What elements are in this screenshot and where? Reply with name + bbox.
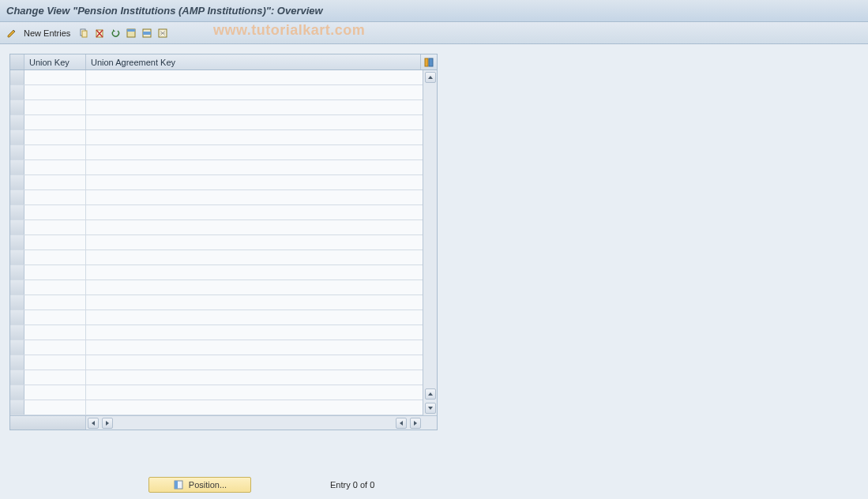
row-selector[interactable] <box>10 310 24 325</box>
cell-union-agreement-key[interactable] <box>86 355 423 370</box>
table-config-icon[interactable] <box>421 54 437 69</box>
cell-union-key[interactable] <box>24 325 86 340</box>
cell-union-agreement-key[interactable] <box>86 160 423 174</box>
cell-union-key[interactable] <box>24 100 86 114</box>
column-header-union-key[interactable]: Union Key <box>24 54 86 69</box>
cell-union-key[interactable] <box>24 220 86 234</box>
cell-union-agreement-key[interactable] <box>86 265 423 280</box>
row-selector[interactable] <box>10 265 24 280</box>
table-row <box>10 310 423 325</box>
cell-union-agreement-key[interactable] <box>86 370 423 385</box>
row-selector[interactable] <box>10 295 24 310</box>
table-row <box>10 70 423 85</box>
row-selector[interactable] <box>10 280 24 295</box>
cell-union-key[interactable] <box>24 190 86 204</box>
cell-union-agreement-key[interactable] <box>86 310 423 325</box>
row-selector[interactable] <box>10 85 24 99</box>
cell-union-agreement-key[interactable] <box>86 385 423 400</box>
svg-rect-13 <box>425 58 428 66</box>
row-selector[interactable] <box>10 190 24 204</box>
scroll-up-icon[interactable] <box>425 72 436 83</box>
cell-union-key[interactable] <box>24 115 86 129</box>
table-row <box>10 235 423 250</box>
cell-union-agreement-key[interactable] <box>86 100 423 114</box>
cell-union-key[interactable] <box>24 145 86 159</box>
cell-union-key[interactable] <box>24 160 86 174</box>
row-selector[interactable] <box>10 220 24 234</box>
cell-union-agreement-key[interactable] <box>86 205 423 219</box>
cell-union-agreement-key[interactable] <box>86 280 423 295</box>
entry-status: Entry 0 of 0 <box>330 480 374 490</box>
cell-union-key[interactable] <box>24 175 86 189</box>
row-selector[interactable] <box>10 160 24 174</box>
cell-union-agreement-key[interactable] <box>86 85 423 99</box>
cell-union-key[interactable] <box>24 295 86 310</box>
row-selector[interactable] <box>10 325 24 340</box>
cell-union-key[interactable] <box>24 70 86 84</box>
select-block-icon[interactable] <box>140 26 154 40</box>
cell-union-agreement-key[interactable] <box>86 295 423 310</box>
copy-icon[interactable] <box>77 26 91 40</box>
cell-union-agreement-key[interactable] <box>86 115 423 129</box>
cell-union-agreement-key[interactable] <box>86 175 423 189</box>
horizontal-scrollbar[interactable] <box>10 415 437 430</box>
cell-union-agreement-key[interactable] <box>86 250 423 265</box>
cell-union-key[interactable] <box>24 235 86 250</box>
row-selector[interactable] <box>10 250 24 265</box>
row-selector[interactable] <box>10 130 24 144</box>
cell-union-agreement-key[interactable] <box>86 340 423 355</box>
hscroll-track[interactable] <box>115 419 394 427</box>
undo-icon[interactable] <box>108 26 122 40</box>
row-selector[interactable] <box>10 145 24 159</box>
cell-union-agreement-key[interactable] <box>86 145 423 159</box>
vertical-scrollbar[interactable] <box>423 70 437 415</box>
row-selector[interactable] <box>10 100 24 114</box>
select-all-icon[interactable] <box>124 26 138 40</box>
cell-union-key[interactable] <box>24 205 86 219</box>
row-selector[interactable] <box>10 175 24 189</box>
row-selector[interactable] <box>10 385 24 400</box>
row-selector[interactable] <box>10 235 24 250</box>
scroll-up-icon-2[interactable] <box>425 388 436 400</box>
row-selector[interactable] <box>10 115 24 129</box>
cell-union-agreement-key[interactable] <box>86 130 423 144</box>
cell-union-agreement-key[interactable] <box>86 325 423 340</box>
cell-union-key[interactable] <box>24 85 86 99</box>
row-selector[interactable] <box>10 205 24 219</box>
data-table: Union Key Union Agreement Key <box>9 54 438 430</box>
scroll-right-icon-2[interactable] <box>410 418 421 429</box>
cell-union-key[interactable] <box>24 310 86 325</box>
deselect-all-icon[interactable] <box>156 26 170 40</box>
cell-union-key[interactable] <box>24 250 86 265</box>
cell-union-key[interactable] <box>24 355 86 370</box>
change-mode-icon[interactable] <box>5 26 19 40</box>
column-header-union-agreement-key[interactable]: Union Agreement Key <box>86 54 421 69</box>
row-selector[interactable] <box>10 355 24 370</box>
cell-union-agreement-key[interactable] <box>86 220 423 234</box>
position-button[interactable]: Position... <box>148 477 251 493</box>
scroll-down-icon[interactable] <box>425 403 436 414</box>
row-selector[interactable] <box>10 70 24 84</box>
cell-union-key[interactable] <box>24 340 86 355</box>
row-selector[interactable] <box>10 340 24 355</box>
table-row <box>10 190 423 205</box>
cell-union-agreement-key[interactable] <box>86 400 423 415</box>
scroll-left-icon-2[interactable] <box>396 418 407 429</box>
row-selector[interactable] <box>10 400 24 415</box>
cell-union-key[interactable] <box>24 400 86 415</box>
row-selector[interactable] <box>10 370 24 385</box>
cell-union-agreement-key[interactable] <box>86 235 423 250</box>
scroll-right-icon[interactable] <box>102 418 113 429</box>
table-row <box>10 400 423 415</box>
cell-union-key[interactable] <box>24 385 86 400</box>
select-all-rows[interactable] <box>10 54 24 69</box>
cell-union-key[interactable] <box>24 280 86 295</box>
cell-union-key[interactable] <box>24 370 86 385</box>
new-entries-button[interactable]: New Entries <box>21 28 75 38</box>
cell-union-key[interactable] <box>24 130 86 144</box>
cell-union-agreement-key[interactable] <box>86 190 423 204</box>
scroll-left-icon[interactable] <box>88 418 99 429</box>
delete-icon[interactable] <box>92 26 107 40</box>
cell-union-key[interactable] <box>24 265 86 280</box>
cell-union-agreement-key[interactable] <box>86 70 423 84</box>
